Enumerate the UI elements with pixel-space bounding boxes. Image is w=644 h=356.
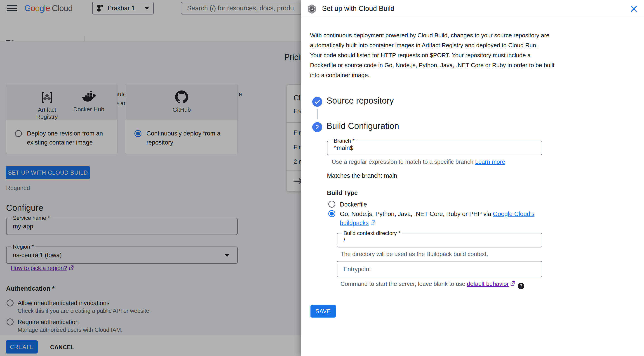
intro-paragraph-2: Your code should listen for HTTP request… (310, 50, 556, 80)
question-icon[interactable]: ? (518, 283, 524, 289)
cloud-build-icon (306, 4, 317, 15)
entrypoint-helper: Command to start the server, leave blank… (340, 280, 524, 289)
check-icon (314, 99, 320, 105)
close-icon[interactable] (630, 5, 638, 13)
radio-label: Go, Node.js, Python, Java, .NET Core, Ru… (340, 209, 552, 227)
step1-completed-badge (312, 97, 322, 107)
panel-title: Set up with Cloud Build (322, 5, 394, 13)
radio-label: Dockerfile (340, 200, 367, 209)
external-link-icon (510, 281, 516, 286)
step-connector (317, 109, 318, 119)
save-button[interactable]: SAVE (310, 305, 336, 317)
entrypoint-field[interactable]: Entrypoint (337, 261, 542, 277)
step2-badge: 2 (312, 122, 322, 132)
build-context-field[interactable]: Build context directory * / (337, 233, 542, 247)
cloud-build-panel: Set up with Cloud Build With continuous … (301, 0, 644, 356)
field-label: Branch * (332, 138, 356, 144)
matches-branch-text: Matches the branch: main (327, 172, 397, 179)
context-helper: The directory will be used as the Buildp… (340, 251, 488, 258)
field-value: / (344, 237, 345, 244)
branch-field[interactable]: Branch * ^main$ (327, 141, 542, 155)
radio-selected-icon[interactable] (328, 210, 335, 217)
radio-unselected-icon[interactable] (328, 201, 335, 208)
build-type-dockerfile[interactable]: Dockerfile (328, 200, 367, 209)
external-link-icon (370, 220, 376, 225)
panel-header: Set up with Cloud Build (301, 0, 644, 18)
build-type-buildpacks[interactable]: Go, Node.js, Python, Java, .NET Core, Ru… (328, 209, 552, 227)
field-value: ^main$ (334, 145, 353, 152)
branch-helper: Use a regular expression to match to a s… (332, 158, 505, 165)
step2-number: 2 (316, 124, 319, 131)
panel-intro: With continuous deployment powered by Cl… (310, 30, 556, 80)
step2-heading[interactable]: Build Configuration (326, 121, 399, 131)
learn-more-link[interactable]: Learn more (475, 158, 505, 165)
field-placeholder: Entrypoint (344, 266, 371, 273)
default-behavior-link[interactable]: default behavior (467, 280, 509, 287)
modal-scrim[interactable] (0, 0, 301, 356)
intro-paragraph-1: With continuous deployment powered by Cl… (310, 30, 556, 50)
google-cloud-console: GoogleCloud Prakhar 1 Search (/) for res… (0, 0, 644, 356)
step1-heading[interactable]: Source repository (326, 96, 394, 106)
build-type-heading: Build Type (327, 190, 358, 197)
field-label: Build context directory * (342, 230, 402, 236)
